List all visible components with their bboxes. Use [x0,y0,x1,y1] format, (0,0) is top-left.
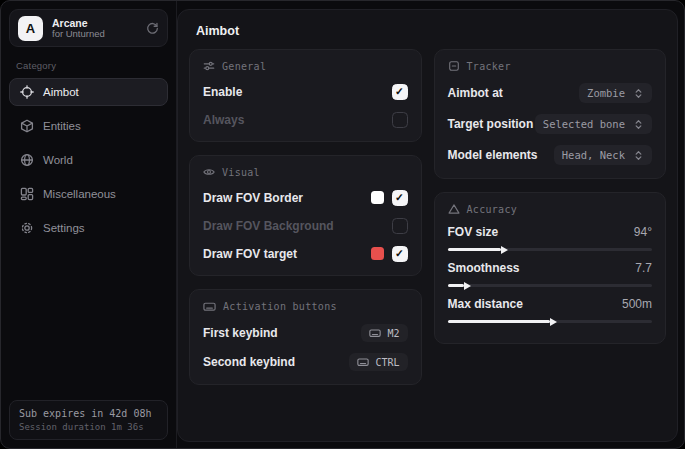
setting-label: Second keybind [203,355,295,369]
setting-label: FOV size [448,225,499,239]
app-subtitle: for Unturned [52,29,137,40]
card-title: General [222,61,266,72]
triangle-icon [448,203,460,215]
sidebar-item-label: Entities [43,120,81,132]
page-title: Aimbot [178,10,677,49]
always-checkbox[interactable] [392,112,408,128]
left-column: General Enable Always [189,49,422,385]
right-column: Tracker Aimbot at Zombie [434,49,667,385]
sidebar-item-settings[interactable]: Settings [9,214,168,242]
chevrons-up-down-icon [633,119,644,130]
sub-expires-text: Sub expires in 42d 08h [19,408,158,419]
slider-fill[interactable] [448,248,501,251]
card-title: Accuracy [467,204,518,215]
fov-size-slider[interactable] [448,248,653,251]
setting-row-second-keybind: Second keybind CTRL [203,353,408,371]
fov-size-value: 94° [634,225,652,239]
setting-row-max-distance: Max distance 500m [448,297,653,323]
setting-row-aimbot-at: Aimbot at Zombie [448,83,653,103]
subscription-info-card: Sub expires in 42d 08h Session duration … [9,400,168,440]
setting-label: Enable [203,85,242,99]
keybind-value: CTRL [375,357,399,368]
setting-label: Draw FOV Background [203,219,334,233]
keyboard-icon [357,356,369,368]
refresh-icon[interactable] [146,22,159,35]
eye-icon [203,166,215,178]
card-title: Activation buttons [223,301,337,312]
setting-row-fov-border: Draw FOV Border [203,189,408,206]
setting-row-smoothness: Smoothness 7.7 [448,261,653,287]
fov-target-checkbox[interactable] [392,246,408,262]
sidebar-item-miscellaneous[interactable]: Miscellaneous [9,180,168,208]
setting-label: Model elements [448,148,538,162]
sidebar-item-label: World [43,154,73,166]
keybind-value: M2 [387,328,399,339]
app-logo: A [18,16,43,41]
color-swatch[interactable] [371,247,384,260]
setting-row-fov-size: FOV size 94° [448,225,653,251]
sliders-icon [203,60,215,72]
target-position-dropdown[interactable]: Selected bone [535,114,652,134]
cube-icon [20,119,34,133]
setting-label: Aimbot at [448,86,503,100]
slider-fill[interactable] [448,320,550,323]
grid-icon [20,187,34,201]
app-header-card: A Arcane for Unturned [9,9,168,47]
sidebar-item-label: Settings [43,222,85,234]
fov-background-checkbox[interactable] [392,218,408,234]
app-window: A Arcane for Unturned Category [0,0,685,449]
setting-label: Draw FOV target [203,247,297,261]
sidebar-item-label: Aimbot [43,86,79,98]
sidebar-nav: Aimbot Entities [9,78,168,242]
setting-row-target-position: Target position Selected bone [448,114,653,134]
gear-icon [20,221,34,235]
max-distance-slider[interactable] [448,320,653,323]
setting-label: Max distance [448,297,523,311]
setting-label: Draw FOV Border [203,191,303,205]
dropdown-value: Head, Neck [562,149,625,161]
setting-row-fov-background: Draw FOV Background [203,217,408,234]
setting-row-fov-target: Draw FOV target [203,245,408,262]
setting-row-first-keybind: First keybind M2 [203,324,408,342]
visual-card: Visual Draw FOV Border Draw FOV Backgrou… [189,155,422,276]
dropdown-value: Zombie [587,87,625,99]
activation-card: Activation buttons First keybind M2 [189,289,422,385]
sidebar: A Arcane for Unturned Category [1,1,177,448]
setting-label: Target position [448,117,534,131]
first-keybind-button[interactable]: M2 [361,324,407,342]
app-title: Arcane [52,17,137,29]
sidebar-item-aimbot[interactable]: Aimbot [9,78,168,106]
smoothness-value: 7.7 [635,261,652,275]
smoothness-slider[interactable] [448,284,653,287]
model-elements-dropdown[interactable]: Head, Neck [554,145,652,165]
chevrons-up-down-icon [633,150,644,161]
keyboard-icon [203,300,216,313]
enable-checkbox[interactable] [392,84,408,100]
keyboard-icon [369,327,381,339]
accuracy-card: Accuracy FOV size 94° Smoothness [434,192,667,344]
main-panel: Aimbot General [177,9,678,442]
general-card: General Enable Always [189,49,422,142]
max-distance-value: 500m [622,297,652,311]
setting-label: First keybind [203,326,278,340]
setting-row-model-elements: Model elements Head, Neck [448,145,653,165]
sidebar-item-entities[interactable]: Entities [9,112,168,140]
globe-icon [20,153,34,167]
slider-fill[interactable] [448,284,464,287]
sidebar-item-label: Miscellaneous [43,188,116,200]
tracker-card: Tracker Aimbot at Zombie [434,49,667,179]
card-title: Tracker [467,61,511,72]
fov-border-checkbox[interactable] [392,190,408,206]
app-names: Arcane for Unturned [52,17,137,40]
session-duration-text: Session duration 1m 36s [19,422,158,432]
setting-label: Smoothness [448,261,520,275]
category-label: Category [16,60,168,71]
sidebar-item-world[interactable]: World [9,146,168,174]
dropdown-value: Selected bone [543,118,625,130]
color-swatch[interactable] [371,191,384,204]
crosshair-icon [20,85,34,99]
aimbot-at-dropdown[interactable]: Zombie [579,83,652,103]
second-keybind-button[interactable]: CTRL [349,353,407,371]
chevrons-up-down-icon [633,88,644,99]
setting-label: Always [203,113,244,127]
